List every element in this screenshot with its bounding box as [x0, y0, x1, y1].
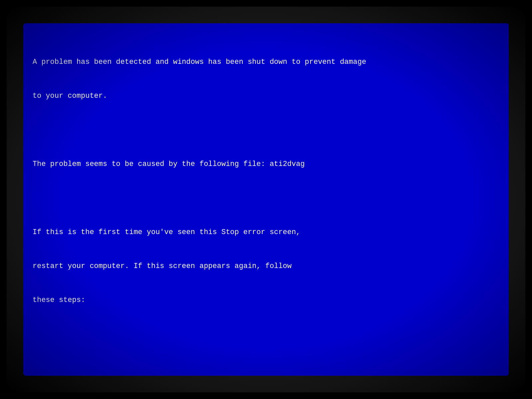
bsod-line-1: A problem has been detected and windows …: [33, 57, 499, 68]
bsod-line-6: these steps:: [33, 295, 499, 306]
bsod-line-3: The problem seems to be caused by the fo…: [33, 159, 499, 170]
bsod-line-4: If this is the first time you've seen th…: [33, 227, 499, 238]
bsod-line-5: restart your computer. If this screen ap…: [33, 261, 499, 272]
bsod-blank-4: [33, 363, 499, 374]
bsod-blank-2: [33, 193, 499, 204]
bsod-content: A problem has been detected and windows …: [33, 34, 499, 376]
bsod-blank-1: [33, 125, 499, 136]
monitor-outer: A problem has been detected and windows …: [7, 7, 525, 392]
bsod-line-2: to your computer.: [33, 90, 499, 102]
bsod-blank-3: [33, 329, 499, 340]
bsod-screen: A problem has been detected and windows …: [23, 23, 509, 376]
